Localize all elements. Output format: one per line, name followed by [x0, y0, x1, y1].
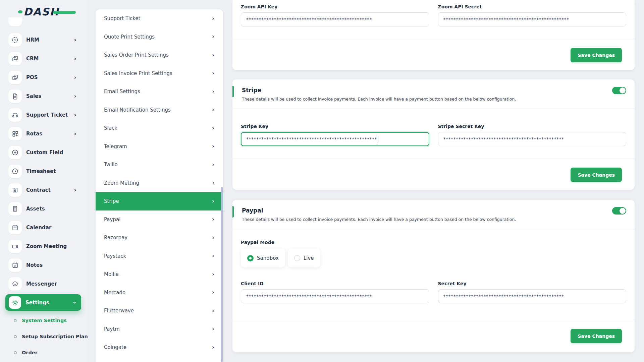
- settings-nav-item-flutterwave[interactable]: Flutterwave: [96, 302, 223, 320]
- stripe-secret-key-input[interactable]: ****************************************…: [438, 132, 627, 146]
- clock-icon: [8, 165, 22, 178]
- stripe-key-label: Stripe Key: [241, 124, 429, 129]
- toggle-knob: [620, 87, 626, 94]
- settings-nav-item-telegram[interactable]: Telegram: [96, 137, 223, 156]
- stripe-section-description: These details will be used to collect in…: [242, 97, 626, 102]
- chevron-right-icon: [74, 37, 76, 43]
- chevron-right-icon: [212, 290, 214, 295]
- section-accent-bar: [232, 206, 234, 218]
- zoom-api-secret-field: Zoom API Secret ************************…: [438, 4, 627, 26]
- chevron-right-icon: [212, 162, 214, 168]
- chat-bubble-icon: [8, 277, 22, 291]
- gear-icon: [9, 296, 21, 309]
- logo-dash-icon: [18, 10, 22, 13]
- submenu-item-setup-subscription-plan[interactable]: Setup Subscription Plan: [0, 328, 87, 345]
- client-id-label: Client ID: [241, 281, 429, 287]
- sidebar-item-messenger[interactable]: Messenger: [0, 275, 87, 293]
- paypal-mode-sandbox-option[interactable]: Sandbox: [241, 249, 285, 267]
- sidebar-item-notes[interactable]: Notes: [0, 256, 87, 275]
- settings-nav-item-sales-order-print-settings[interactable]: Sales Order Print Settings: [96, 46, 223, 64]
- settings-nav-item-support-ticket[interactable]: Support Ticket: [96, 9, 223, 28]
- chevron-right-icon: [212, 89, 214, 95]
- settings-nav-item-email-settings[interactable]: Email Settings: [96, 82, 223, 101]
- settings-nav-item-quote-print-settings[interactable]: Quote Print Settings: [96, 28, 223, 46]
- zoom-api-secret-input[interactable]: ****************************************…: [438, 12, 627, 26]
- paypal-enable-toggle[interactable]: [612, 207, 626, 215]
- crm-icon: [8, 52, 22, 65]
- zoom-api-key-label: Zoom API Key: [241, 4, 429, 10]
- save-changes-button[interactable]: Save Changes: [571, 329, 622, 343]
- sidebar-item-assets[interactable]: Assets: [0, 199, 87, 218]
- settings-nav-item-sales-invoice-print-settings[interactable]: Sales Invoice Print Settings: [96, 64, 223, 83]
- settings-nav-item-slack[interactable]: Slack: [96, 119, 223, 137]
- app-logo[interactable]: DASH: [18, 5, 59, 19]
- toggle-knob: [620, 208, 626, 214]
- settings-nav-item-paytm[interactable]: Paytm: [96, 320, 223, 339]
- pos-icon: [8, 71, 22, 84]
- sidebar-item-rotas[interactable]: Rotas: [0, 124, 87, 143]
- bullet-ring-icon: [14, 351, 17, 354]
- contract-icon: [8, 183, 22, 197]
- sidebar-item-hrm[interactable]: HRM: [0, 31, 87, 49]
- settings-nav-item-paystack[interactable]: Paystack: [96, 247, 223, 265]
- save-changes-button[interactable]: Save Changes: [571, 168, 622, 182]
- paypal-mode-radio-group: Sandbox Live: [232, 249, 635, 267]
- rotas-icon: [8, 127, 22, 140]
- settings-nav-item-coingate[interactable]: Coingate: [96, 338, 223, 357]
- settings-nav-item-email-notification-settings[interactable]: Email Notification Settings: [96, 101, 223, 119]
- settings-nav-item-twilio[interactable]: Twilio: [96, 156, 223, 174]
- chevron-right-icon: [212, 52, 214, 58]
- sidebar-item-sales[interactable]: Sales: [0, 87, 87, 106]
- sidebar-item-timesheet[interactable]: Timesheet: [0, 162, 87, 181]
- paypal-mode-live-option[interactable]: Live: [288, 249, 320, 267]
- secret-key-input[interactable]: ****************************************…: [438, 289, 627, 303]
- stripe-key-input[interactable]: ****************************************…: [241, 132, 429, 146]
- logo-bar-icon: [53, 11, 76, 14]
- sales-icon: [8, 89, 22, 103]
- sidebar-item-settings[interactable]: Settings: [5, 294, 81, 311]
- chevron-right-icon: [212, 272, 214, 277]
- secret-key-label: Secret Key: [438, 281, 627, 287]
- chevron-right-icon: [74, 187, 76, 193]
- client-id-input[interactable]: ****************************************…: [241, 289, 429, 303]
- sidebar-item-contract[interactable]: Contract: [0, 181, 87, 199]
- headset-icon: [8, 108, 22, 122]
- settings-nav-item-razorpay[interactable]: Razorpay: [96, 229, 223, 247]
- submenu-item-system-settings[interactable]: System Settings: [0, 312, 87, 328]
- sidebar-item-zoom-meeting[interactable]: Zoom Meeting: [0, 237, 87, 256]
- chevron-right-icon: [212, 180, 214, 186]
- settings-nav-item-paypal[interactable]: Paypal: [96, 210, 223, 229]
- submenu-item-order[interactable]: Order: [0, 345, 87, 361]
- chevron-right-icon: [212, 34, 214, 40]
- scrollbar-thumb[interactable]: [221, 187, 223, 362]
- settings-nav-item-mercado[interactable]: Mercado: [96, 284, 223, 302]
- notes-icon: [8, 258, 22, 272]
- chevron-right-icon: [212, 253, 214, 259]
- paypal-section-title: Paypal: [242, 206, 626, 215]
- settings-nav-item-stripe[interactable]: Stripe: [96, 192, 223, 210]
- settings-nav-item-zoom-metting[interactable]: Zoom Metting: [96, 174, 223, 192]
- chevron-right-icon: [212, 345, 214, 350]
- save-changes-button[interactable]: Save Changes: [571, 48, 622, 62]
- settings-nav-item-skrill[interactable]: Skrill: [96, 357, 223, 362]
- zoom-settings-card: Zoom API Key ***************************…: [232, 0, 635, 70]
- sidebar-item-calendar[interactable]: Calendar: [0, 218, 87, 237]
- settings-nav-item-mollie[interactable]: Mollie: [96, 265, 223, 284]
- sidebar-item-support-ticket[interactable]: Support Ticket: [0, 106, 87, 124]
- chevron-right-icon: [212, 70, 214, 76]
- sidebar-item-crm[interactable]: CRM: [0, 49, 87, 68]
- sidebar-item-pos[interactable]: POS: [0, 68, 87, 87]
- paypal-section-description: These details will be used to collect in…: [242, 217, 626, 222]
- sidebar-menu: HRM CRM POS Sales Support Ticket Rotas: [0, 31, 87, 293]
- system-settings-nav: Support Ticket Quote Print Settings Sale…: [96, 9, 223, 362]
- paypal-secret-key-field: Secret Key *****************************…: [438, 281, 627, 303]
- calendar-icon: [8, 221, 22, 234]
- bullet-ring-icon: [14, 319, 17, 322]
- chevron-down-icon: [71, 301, 77, 304]
- zoom-api-key-input[interactable]: ****************************************…: [241, 12, 429, 26]
- sidebar-item-custom-field[interactable]: Custom Field: [0, 143, 87, 162]
- stripe-enable-toggle[interactable]: [612, 87, 626, 94]
- chevron-right-icon: [212, 308, 214, 314]
- divider: [232, 229, 635, 229]
- stripe-key-field: Stripe Key *****************************…: [241, 124, 429, 146]
